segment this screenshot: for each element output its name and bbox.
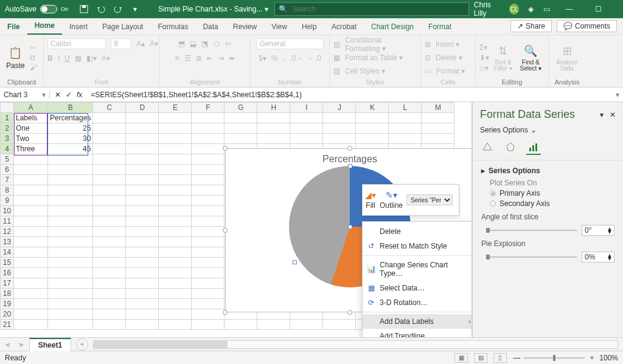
col-header-H[interactable]: H <box>257 103 290 113</box>
undo-icon[interactable] <box>96 4 106 14</box>
ctx-select-data[interactable]: ▦Select Data… <box>363 281 472 295</box>
search-box[interactable]: 🔍 <box>274 2 469 16</box>
clear-icon[interactable]: ◇▾ <box>479 64 489 72</box>
ctx-delete[interactable]: Delete <box>363 224 472 239</box>
series-options-header[interactable]: ▸Series Options <box>481 167 614 175</box>
explosion-slider[interactable] <box>486 256 577 258</box>
sheet-nav-prev-icon[interactable]: ◄ <box>0 340 15 349</box>
row-header-2[interactable]: 2 <box>1 123 14 134</box>
comments-button[interactable]: 💬Comments <box>557 20 617 32</box>
cancel-formula-icon[interactable]: ✕ <box>55 91 61 99</box>
ribbon-display-icon[interactable]: ▭ <box>543 4 551 14</box>
diamond-icon[interactable]: ◈ <box>526 4 535 14</box>
col-header-G[interactable]: G <box>224 103 257 113</box>
document-title[interactable]: Simple Pie Chart.xlsx - Saving... ▾ <box>158 5 268 13</box>
fill-color-icon[interactable]: ◧▾ <box>86 54 97 63</box>
worksheet-area[interactable]: A B C D E F G H I J K L M 1 Labels Perce… <box>0 102 472 337</box>
row-header-7[interactable]: 7 <box>1 175 14 185</box>
maximize-button[interactable]: ☐ <box>587 0 609 18</box>
chart-title[interactable]: Percentages <box>226 149 472 166</box>
col-header-D[interactable]: D <box>126 103 159 113</box>
conditional-formatting-button[interactable]: Conditional Formatting ▾ <box>345 36 417 53</box>
row-header-20[interactable]: 20 <box>1 309 14 320</box>
mini-fill-button[interactable]: ◢▾ Fill <box>365 190 376 210</box>
sheet-nav-next-icon[interactable]: ► <box>15 340 29 349</box>
number-format-input[interactable]: General <box>257 38 324 49</box>
user-name[interactable]: Chris Lilly <box>474 1 502 18</box>
cell-A4[interactable]: Three <box>14 144 48 154</box>
increase-decimal-icon[interactable]: .0→ <box>290 54 303 63</box>
row-header-8[interactable]: 8 <box>1 185 14 196</box>
row-header-9[interactable]: 9 <box>1 196 14 206</box>
currency-icon[interactable]: $▾ <box>259 54 266 63</box>
border-icon[interactable]: ▦ <box>75 54 82 63</box>
cell-A3[interactable]: Two <box>14 134 48 144</box>
pane-tab-effects-icon[interactable] <box>503 140 518 155</box>
fill-icon[interactable]: ⬇▾ <box>479 53 489 62</box>
col-header-L[interactable]: L <box>389 103 422 113</box>
autosave-toggle[interactable]: AutoSave On <box>0 5 73 13</box>
row-header-12[interactable]: 12 <box>1 227 14 237</box>
name-box-dropdown-icon[interactable]: ▾ <box>42 91 46 99</box>
pane-tab-series-icon[interactable] <box>526 140 541 155</box>
row-header-15[interactable]: 15 <box>1 258 14 268</box>
cell-styles-button[interactable]: Cell Styles ▾ <box>345 67 385 75</box>
pane-tab-fill-icon[interactable] <box>480 140 495 155</box>
font-color-icon[interactable]: A▾ <box>102 54 110 63</box>
save-icon[interactable] <box>79 4 89 14</box>
tab-review[interactable]: Review <box>226 19 264 35</box>
delete-cells-button[interactable]: Delete ▾ <box>436 53 462 62</box>
paste-button[interactable]: 📋Paste <box>4 44 27 71</box>
bold-icon[interactable]: B <box>47 54 53 63</box>
col-header-K[interactable]: K <box>356 103 389 113</box>
tab-view[interactable]: View <box>264 19 294 35</box>
sheet-tab-sheet1[interactable]: Sheet1 <box>29 338 71 351</box>
mini-series-select[interactable]: Series "Percent <box>406 194 453 205</box>
view-normal-icon[interactable]: ▦ <box>454 353 468 363</box>
align-center-icon[interactable]: ☰ <box>184 54 191 63</box>
increase-font-icon[interactable]: A▴ <box>136 39 145 48</box>
row-header-5[interactable]: 5 <box>1 154 14 165</box>
mini-outline-button[interactable]: ✎▾ Outline <box>380 190 403 210</box>
wrap-text-icon[interactable]: ↩ <box>225 39 231 48</box>
col-header-A[interactable]: A <box>14 103 48 113</box>
row-header-6[interactable]: 6 <box>1 165 14 175</box>
fx-icon[interactable]: fx <box>77 91 82 99</box>
row-header-1[interactable]: 1 <box>1 113 14 123</box>
align-left-icon[interactable]: ≡ <box>175 54 179 63</box>
col-header-E[interactable]: E <box>159 103 192 113</box>
find-select-button[interactable]: 🔍Find & Select ▾ <box>517 43 545 73</box>
cut-icon[interactable]: ✂ <box>30 44 37 52</box>
search-input[interactable] <box>291 4 465 14</box>
close-button[interactable]: ✕ <box>616 0 623 18</box>
indent-increase-icon[interactable]: ⇥ <box>218 54 224 63</box>
zoom-slider[interactable] <box>524 357 585 359</box>
pane-close-icon[interactable]: ✕ <box>610 111 616 119</box>
row-header-21[interactable]: 21 <box>1 320 14 330</box>
cell-A1[interactable]: Labels <box>14 113 48 123</box>
row-header-19[interactable]: 19 <box>1 299 14 309</box>
ctx-add-data-labels[interactable]: Add Data Labels› <box>363 314 472 329</box>
format-cells-button[interactable]: Format ▾ <box>436 67 465 75</box>
align-top-icon[interactable]: ⬒ <box>178 39 185 48</box>
row-header-16[interactable]: 16 <box>1 268 14 278</box>
zoom-value[interactable]: 100% <box>599 354 618 362</box>
tab-page-layout[interactable]: Page Layout <box>95 19 150 35</box>
cell-B1[interactable]: Percentages <box>48 113 93 123</box>
font-size-input[interactable]: 9 <box>111 38 131 49</box>
percent-icon[interactable]: % <box>271 54 278 63</box>
zoom-in-icon[interactable]: ＋ <box>588 352 596 363</box>
ctx-reset[interactable]: ↺Reset to Match Style <box>363 239 472 253</box>
tab-insert[interactable]: Insert <box>62 19 95 35</box>
row-header-13[interactable]: 13 <box>1 237 14 247</box>
col-header-M[interactable]: M <box>422 103 454 113</box>
underline-icon[interactable]: U <box>64 54 70 63</box>
explosion-value-input[interactable]: 0%▴▾ <box>582 252 614 263</box>
formula-input[interactable]: =SERIES(Sheet1!$B$1,Sheet1!$A$2:$A$4,She… <box>87 91 612 99</box>
horizontal-scrollbar[interactable] <box>93 340 618 349</box>
pane-options-icon[interactable]: ▾ <box>600 111 604 119</box>
angle-value-input[interactable]: 0°▴▾ <box>582 225 614 236</box>
format-painter-icon[interactable]: 🖌 <box>30 63 37 72</box>
zoom-out-icon[interactable]: — <box>513 354 520 362</box>
align-right-icon[interactable]: ≣ <box>196 54 202 63</box>
